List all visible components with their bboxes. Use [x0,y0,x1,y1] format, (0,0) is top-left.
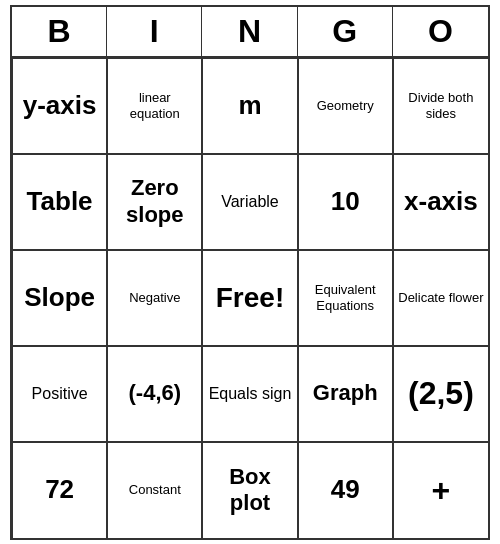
bingo-cell: Divide both sides [393,58,488,154]
bingo-cell: Box plot [202,442,297,538]
bingo-cell: linear equation [107,58,202,154]
bingo-cell: 72 [12,442,107,538]
bingo-cell: Variable [202,154,297,250]
bingo-cell: + [393,442,488,538]
bingo-cell: y-axis [12,58,107,154]
bingo-cell: 10 [298,154,393,250]
header-letter: N [202,7,297,56]
bingo-cell: 49 [298,442,393,538]
bingo-cell: m [202,58,297,154]
header-letter: G [298,7,393,56]
bingo-cell: Negative [107,250,202,346]
bingo-cell: Geometry [298,58,393,154]
bingo-cell: Slope [12,250,107,346]
bingo-cell: Equals sign [202,346,297,442]
bingo-cell: Constant [107,442,202,538]
header-letter: I [107,7,202,56]
bingo-cell: Table [12,154,107,250]
bingo-cell: (-4,6) [107,346,202,442]
bingo-cell: x-axis [393,154,488,250]
bingo-cell: Graph [298,346,393,442]
bingo-cell: Positive [12,346,107,442]
bingo-cell: Zero slope [107,154,202,250]
header-letter: B [12,7,107,56]
bingo-cell: Delicate flower [393,250,488,346]
bingo-cell: (2,5) [393,346,488,442]
bingo-header: BINGO [12,7,488,58]
bingo-cell: Free! [202,250,297,346]
header-letter: O [393,7,488,56]
bingo-grid: y-axislinear equationmGeometryDivide bot… [12,58,488,538]
bingo-cell: Equivalent Equations [298,250,393,346]
bingo-card: BINGO y-axislinear equationmGeometryDivi… [10,5,490,540]
